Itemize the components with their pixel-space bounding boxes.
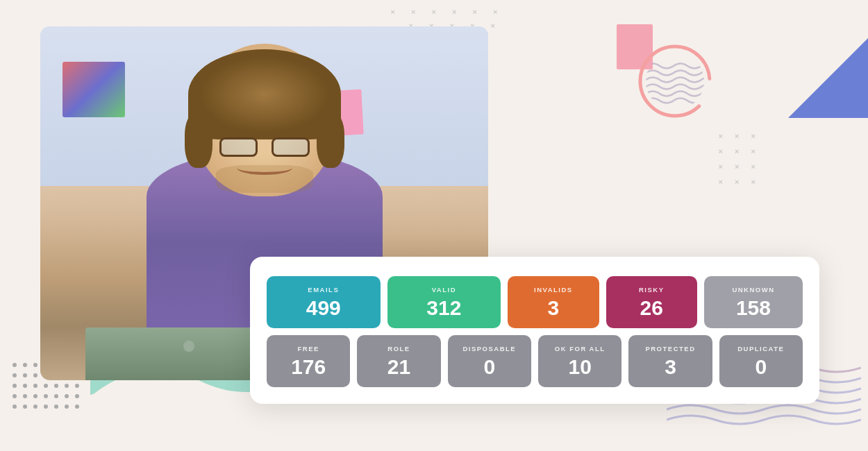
valid-value: 312 — [396, 298, 493, 318]
free-value: 176 — [275, 357, 342, 377]
free-label: FREE — [275, 345, 342, 352]
invalids-value: 3 — [516, 298, 590, 318]
invalids-label: INVALIDS — [516, 286, 590, 293]
cross-pattern-right: × × ×× × ×× × ×× × × — [719, 128, 760, 189]
risky-label: RISKY — [615, 286, 689, 293]
svg-point-0 — [646, 52, 704, 110]
role-value: 21 — [365, 357, 432, 377]
stat-card-protected: PROTECTED 3 — [628, 335, 712, 387]
emails-label: EMAILS — [275, 286, 372, 293]
unknown-label: UNKNOWN — [712, 286, 794, 293]
stat-card-duplicate: DUPLICATE 0 — [719, 335, 803, 387]
protected-label: PROTECTED — [637, 345, 703, 352]
stat-card-risky: RISKY 26 — [606, 276, 697, 328]
stat-card-unknown: UNKNOWN 158 — [704, 276, 803, 328]
stats-card: EMAILS 499 VALID 312 INVALIDS 3 RISKY 26… — [250, 257, 819, 404]
valid-label: VALID — [396, 286, 493, 293]
risky-value: 26 — [615, 298, 689, 318]
stats-row-2: FREE 176 ROLE 21 DISPOSABLE 0 OK FOR ALL… — [267, 335, 803, 387]
okforall-value: 10 — [546, 357, 613, 377]
okforall-label: OK FOR ALL — [546, 345, 613, 352]
stat-card-invalids: INVALIDS 3 — [508, 276, 599, 328]
disposable-label: DISPOSABLE — [456, 345, 523, 352]
emails-value: 499 — [275, 298, 372, 318]
stat-card-valid: VALID 312 — [387, 276, 501, 328]
stat-card-okforall: OK FOR ALL 10 — [538, 335, 621, 387]
protected-value: 3 — [637, 357, 703, 377]
unknown-value: 158 — [712, 298, 794, 318]
duplicate-label: DUPLICATE — [728, 345, 794, 352]
stat-card-disposable: DISPOSABLE 0 — [448, 335, 531, 387]
stats-row-1: EMAILS 499 VALID 312 INVALIDS 3 RISKY 26… — [267, 276, 803, 328]
stat-card-emails: EMAILS 499 — [267, 276, 381, 328]
role-label: ROLE — [365, 345, 432, 352]
stat-card-role: ROLE 21 — [357, 335, 440, 387]
circle-chart-decor — [635, 42, 715, 121]
disposable-value: 0 — [456, 357, 523, 377]
duplicate-value: 0 — [728, 357, 794, 377]
stat-card-free: FREE 176 — [267, 335, 350, 387]
